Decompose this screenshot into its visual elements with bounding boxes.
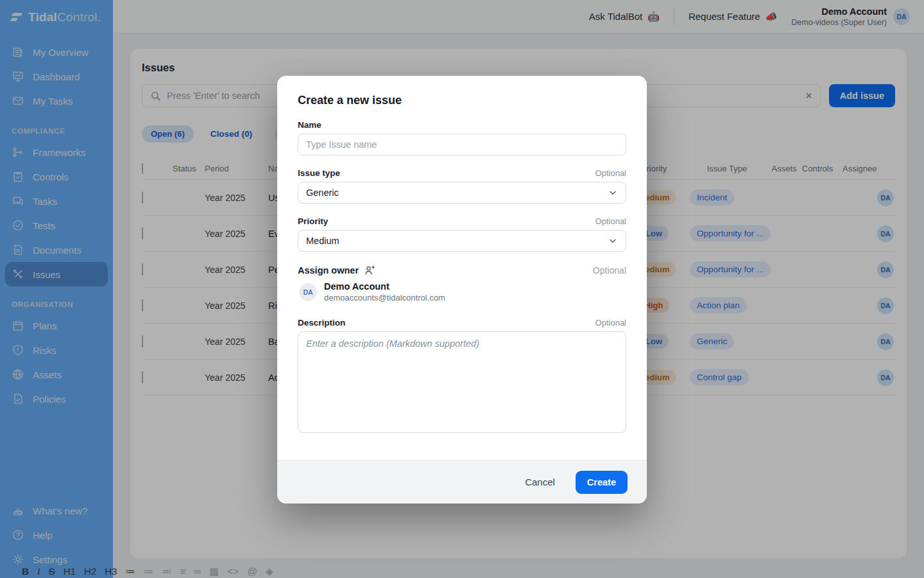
priority-field: Priority Optional Medium (298, 216, 626, 252)
description-label: Description (298, 318, 345, 328)
priority-value: Medium (306, 236, 339, 246)
app-root: TidalControl. My Overview Dashboard My T… (0, 0, 924, 578)
owner-name: Demo Account (324, 281, 445, 292)
description-textarea[interactable] (298, 331, 626, 433)
optional-badge: Optional (595, 168, 626, 178)
priority-label: Priority (298, 216, 328, 226)
name-label: Name (298, 120, 321, 130)
owner-avatar: DA (299, 283, 317, 301)
create-issue-modal: Create a new issue Name Issue type Optio… (277, 76, 647, 504)
modal-body: Create a new issue Name Issue type Optio… (277, 76, 647, 460)
optional-badge: Optional (595, 216, 626, 226)
issue-type-field: Issue type Optional Generic (298, 168, 626, 204)
issue-name-input[interactable] (298, 134, 626, 155)
owner-row[interactable]: DA Demo Account demoaccounts@tidalcontro… (298, 281, 626, 302)
cancel-button[interactable]: Cancel (521, 476, 559, 488)
assign-owner-text: Assign owner (298, 265, 359, 276)
description-field: Description Optional (298, 318, 626, 435)
priority-select[interactable]: Medium (298, 230, 626, 252)
name-field: Name (298, 120, 626, 155)
issue-type-value: Generic (306, 188, 339, 198)
chevron-down-icon (608, 188, 618, 198)
modal-footer: Cancel Create (277, 460, 647, 504)
assign-owner-label: Assign owner (298, 265, 375, 276)
optional-badge: Optional (593, 265, 626, 276)
person-add-icon[interactable] (364, 265, 375, 276)
optional-badge: Optional (595, 318, 626, 328)
issue-type-select[interactable]: Generic (298, 182, 626, 204)
chevron-down-icon (608, 236, 618, 246)
assign-owner-field: Assign owner Optional DA Demo Account de… (298, 265, 626, 302)
create-button[interactable]: Create (576, 471, 628, 494)
owner-email: demoaccounts@tidalcontrol.com (324, 293, 445, 302)
issue-type-label: Issue type (298, 168, 340, 178)
modal-title: Create a new issue (298, 94, 626, 107)
